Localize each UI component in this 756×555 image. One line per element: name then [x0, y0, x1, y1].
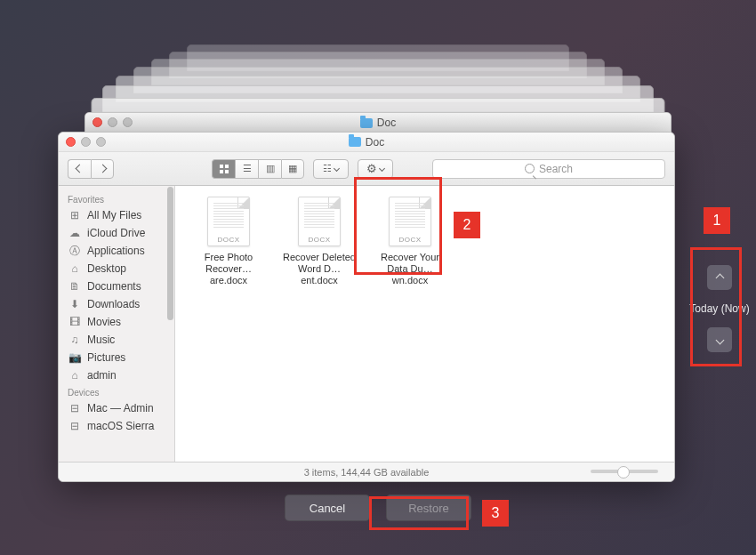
sidebar-item-icloud-drive[interactable]: ☁iCloud Drive	[59, 224, 174, 242]
titlebar[interactable]: Doc	[59, 133, 674, 152]
sidebar-item-label: All My Files	[87, 209, 141, 221]
file-item[interactable]: DOCXRecover Your Data Du…wn.docx	[371, 197, 449, 286]
search-placeholder: Search	[539, 163, 573, 175]
restore-button[interactable]: Restore	[386, 495, 471, 521]
sidebar-item-documents[interactable]: 🗎Documents	[59, 278, 174, 295]
sidebar-item-applications[interactable]: ⒶApplications	[59, 242, 174, 260]
disk-icon: ⊟	[68, 402, 82, 414]
zoom-button	[96, 137, 106, 147]
docx-file-icon: DOCX	[389, 197, 431, 246]
folder-icon	[360, 118, 373, 128]
status-bar: 3 items, 144,44 GB available	[59, 462, 674, 481]
action-button[interactable]: ⚙	[358, 159, 393, 179]
file-name-label: Recover Your Data Du…wn.docx	[371, 252, 449, 286]
sidebar-item-label: Music	[87, 334, 115, 346]
sidebar-item-pictures[interactable]: 📷Pictures	[59, 349, 174, 366]
file-ext-label: DOCX	[208, 236, 249, 244]
downloads-icon: ⬇	[68, 298, 82, 310]
back-button[interactable]	[68, 159, 91, 179]
sidebar-item-movies[interactable]: 🎞Movies	[59, 313, 174, 331]
view-mode-buttons: ☰ ▥ ▦	[212, 159, 304, 179]
music-icon: ♫	[68, 334, 82, 346]
disk-icon: ⊟	[68, 420, 82, 432]
folder-icon	[349, 137, 361, 147]
minimize-button	[81, 137, 91, 147]
sidebar-item-label: Mac — Admin	[87, 402, 154, 414]
timeline-down-button[interactable]	[707, 327, 732, 352]
docx-file-icon: DOCX	[298, 197, 341, 246]
sidebar-item-label: Downloads	[87, 298, 140, 310]
docx-file-icon: DOCX	[207, 197, 250, 246]
window-title-text: Doc	[366, 136, 384, 149]
sidebar: Favorites⊞All My Files☁iCloud DriveⒶAppl…	[59, 186, 175, 462]
close-button[interactable]	[66, 137, 76, 147]
file-item[interactable]: DOCXFree Photo Recover…are.docx	[189, 197, 268, 286]
sidebar-item-downloads[interactable]: ⬇Downloads	[59, 295, 174, 313]
forward-button[interactable]	[91, 159, 114, 179]
home-icon: ⌂	[68, 369, 82, 382]
pictures-icon: 📷	[68, 351, 82, 364]
sidebar-item-label: Applications	[87, 245, 145, 257]
sidebar-item-label: Pictures	[87, 351, 125, 364]
sidebar-header: Favorites	[59, 191, 174, 206]
search-input[interactable]: Search	[432, 159, 665, 179]
file-name-label: Free Photo Recover…are.docx	[189, 252, 268, 286]
file-name-label: Recover Deleted Word D…ent.docx	[280, 252, 358, 286]
sidebar-header: Devices	[59, 384, 174, 399]
arrange-button[interactable]: ☷	[313, 159, 349, 179]
sidebar-item-label: admin	[87, 369, 117, 382]
search-icon	[525, 164, 535, 173]
sidebar-item-all-my-files[interactable]: ⊞All My Files	[59, 206, 174, 224]
back-window-title: Doc	[85, 117, 671, 129]
list-view-button[interactable]: ☰	[235, 159, 258, 179]
sidebar-item-label: Movies	[87, 316, 121, 328]
annotation-number-2: 2	[454, 212, 480, 238]
timeline-label: Today (Now)	[689, 302, 749, 315]
documents-icon: 🗎	[68, 280, 82, 293]
applications-icon: Ⓐ	[68, 245, 82, 257]
file-ext-label: DOCX	[299, 236, 340, 244]
icon-view-button[interactable]	[212, 159, 235, 179]
sidebar-item-music[interactable]: ♫Music	[59, 331, 174, 349]
column-view-button[interactable]: ▥	[258, 159, 281, 179]
movies-icon: 🎞	[68, 316, 82, 328]
zoom-slider[interactable]	[591, 470, 658, 473]
finder-window: Doc ☰ ▥ ▦ ☷ ⚙ Search Favorites⊞All My Fi…	[58, 132, 675, 482]
sidebar-item-label: Documents	[87, 280, 141, 293]
sidebar-item-label: Desktop	[87, 262, 126, 275]
timeline-up-button[interactable]	[707, 265, 732, 290]
gallery-view-button[interactable]: ▦	[281, 159, 304, 179]
sidebar-item-label: iCloud Drive	[87, 227, 145, 239]
annotation-number-3: 3	[482, 500, 509, 527]
bottom-buttons: Cancel Restore	[0, 495, 756, 521]
toolbar: ☰ ▥ ▦ ☷ ⚙ Search	[59, 152, 674, 186]
nav-buttons	[68, 159, 114, 179]
sidebar-item-macos-sierra[interactable]: ⊟macOS Sierra	[59, 417, 174, 435]
back-window-title-text: Doc	[377, 117, 396, 129]
all-my-files-icon: ⊞	[68, 209, 82, 221]
sidebar-item-desktop[interactable]: ⌂Desktop	[59, 260, 174, 278]
sidebar-item-mac-admin[interactable]: ⊟Mac — Admin	[59, 399, 174, 417]
cancel-button[interactable]: Cancel	[285, 495, 370, 521]
status-text: 3 items, 144,44 GB available	[304, 467, 430, 478]
sidebar-item-label: macOS Sierra	[87, 420, 154, 432]
desktop-icon: ⌂	[68, 262, 82, 275]
timeline-nav: Today (Now)	[692, 265, 747, 352]
file-ext-label: DOCX	[390, 236, 430, 244]
icloud-icon: ☁	[68, 227, 82, 239]
scrollbar[interactable]	[167, 187, 173, 461]
background-finder-window: Doc	[84, 112, 672, 133]
file-area[interactable]: DOCXFree Photo Recover…are.docxDOCXRecov…	[175, 186, 674, 462]
annotation-number-1: 1	[704, 207, 730, 234]
sidebar-item-admin[interactable]: ⌂admin	[59, 366, 174, 384]
file-item[interactable]: DOCXRecover Deleted Word D…ent.docx	[280, 197, 358, 286]
window-title: Doc	[349, 136, 384, 149]
